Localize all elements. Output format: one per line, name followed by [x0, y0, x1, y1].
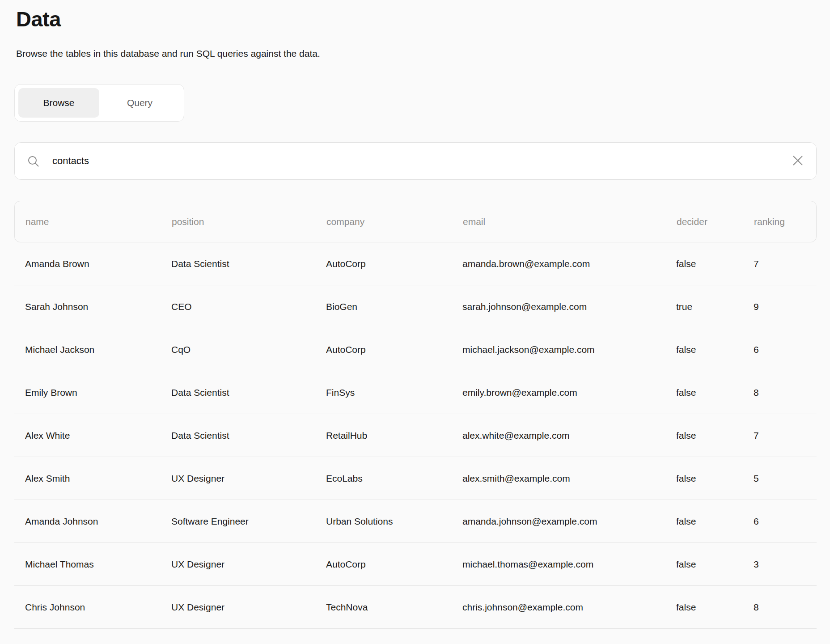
search-input[interactable] — [52, 155, 792, 167]
table-row: Emily Brown Data Scientist FinSys emily.… — [14, 371, 817, 414]
cell-name: Michael Jackson — [25, 344, 171, 355]
clear-search-button[interactable] — [792, 155, 804, 168]
magnifier-icon — [27, 155, 39, 167]
cell-decider: true — [676, 301, 754, 312]
cell-email: amanda.brown@example.com — [462, 258, 676, 269]
cell-decider: false — [676, 559, 754, 570]
cell-email: chris.johnson@example.com — [462, 602, 676, 613]
cell-decider: false — [676, 602, 754, 613]
cell-decider: false — [676, 344, 754, 355]
cell-name: Michael Thomas — [25, 559, 171, 570]
cell-email: amanda.johnson@example.com — [462, 516, 676, 527]
x-icon — [792, 155, 804, 168]
column-header-decider: decider — [677, 216, 754, 227]
cell-decider: false — [676, 258, 754, 269]
cell-position: Data Scientist — [171, 430, 326, 441]
table-search-bar — [14, 142, 817, 180]
cell-company: BioGen — [326, 301, 462, 312]
column-header-name: name — [25, 216, 172, 227]
cell-decider: false — [676, 430, 754, 441]
column-header-email: email — [463, 216, 677, 227]
cell-company: FinSys — [326, 387, 462, 398]
cell-ranking: 8 — [754, 602, 817, 613]
cell-decider: false — [676, 387, 754, 398]
cell-ranking: 8 — [754, 387, 817, 398]
cell-position: UX Designer — [171, 602, 326, 613]
cell-ranking: 7 — [754, 258, 817, 269]
cell-name: Amanda Brown — [25, 258, 171, 269]
cell-ranking: 3 — [754, 559, 817, 570]
tab-query-label: Query — [127, 97, 152, 108]
cell-company: AutoCorp — [326, 258, 462, 269]
tab-browse-label: Browse — [43, 97, 74, 108]
cell-name: Chris Johnson — [25, 602, 171, 613]
cell-decider: false — [676, 516, 754, 527]
cell-position: CEO — [171, 301, 326, 312]
table-row: Michael Thomas UX Designer AutoCorp mich… — [14, 543, 817, 586]
cell-email: alex.white@example.com — [462, 430, 676, 441]
cell-email: michael.thomas@example.com — [462, 559, 676, 570]
column-header-company: company — [326, 216, 463, 227]
cell-decider: false — [676, 473, 754, 484]
data-page: Data Browse the tables in this database … — [0, 7, 830, 629]
table-row: Alex Smith UX Designer EcoLabs alex.smit… — [14, 457, 817, 500]
cell-position: CqO — [171, 344, 326, 355]
table-row: Sarah Johnson CEO BioGen sarah.johnson@e… — [14, 285, 817, 328]
cell-position: Software Engineer — [171, 516, 326, 527]
tab-query[interactable]: Query — [99, 88, 180, 118]
cell-ranking: 6 — [754, 516, 817, 527]
cell-company: EcoLabs — [326, 473, 462, 484]
page-subtitle: Browse the tables in this database and r… — [16, 47, 817, 59]
cell-name: Alex Smith — [25, 473, 171, 484]
browse-query-tab-group: Browse Query — [14, 84, 184, 122]
cell-company: TechNova — [326, 602, 462, 613]
cell-ranking: 7 — [754, 430, 817, 441]
cell-ranking: 6 — [754, 344, 817, 355]
cell-company: AutoCorp — [326, 559, 462, 570]
cell-email: alex.smith@example.com — [462, 473, 676, 484]
cell-ranking: 5 — [754, 473, 817, 484]
cell-company: RetailHub — [326, 430, 462, 441]
table-row: Amanda Brown Data Scientist AutoCorp ama… — [14, 242, 817, 285]
cell-email: emily.brown@example.com — [462, 387, 676, 398]
tab-browse[interactable]: Browse — [18, 88, 99, 118]
table-body: Amanda Brown Data Scientist AutoCorp ama… — [14, 242, 817, 629]
table-row: Michael Jackson CqO AutoCorp michael.jac… — [14, 328, 817, 371]
cell-name: Alex White — [25, 430, 171, 441]
cell-company: AutoCorp — [326, 344, 462, 355]
column-header-ranking: ranking — [754, 216, 816, 227]
table-row: Alex White Data Scientist RetailHub alex… — [14, 414, 817, 457]
cell-email: sarah.johnson@example.com — [462, 301, 676, 312]
cell-name: Emily Brown — [25, 387, 171, 398]
cell-position: UX Designer — [171, 559, 326, 570]
page-title: Data — [16, 7, 817, 31]
contacts-table: name position company email decider rank… — [14, 201, 817, 629]
cell-name: Sarah Johnson — [25, 301, 171, 312]
table-row: Amanda Johnson Software Engineer Urban S… — [14, 500, 817, 543]
cell-position: Data Scientist — [171, 258, 326, 269]
cell-name: Amanda Johnson — [25, 516, 171, 527]
cell-position: UX Designer — [171, 473, 326, 484]
cell-position: Data Scientist — [171, 387, 326, 398]
column-header-position: position — [172, 216, 326, 227]
cell-email: michael.jackson@example.com — [462, 344, 676, 355]
table-header-row: name position company email decider rank… — [14, 201, 817, 242]
table-row: Chris Johnson UX Designer TechNova chris… — [14, 586, 817, 629]
cell-company: Urban Solutions — [326, 516, 462, 527]
cell-ranking: 9 — [754, 301, 817, 312]
